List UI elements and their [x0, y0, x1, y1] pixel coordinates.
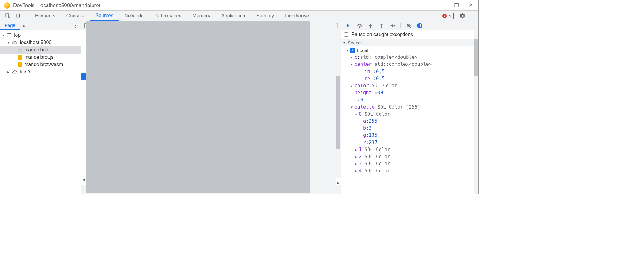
pause-label: Pause on caught exceptions	[351, 32, 413, 37]
devtools-logo-icon	[4, 2, 10, 9]
main-tabstrip: Elements Console Sources Network Perform…	[0, 11, 478, 21]
tab-console[interactable]: Console	[61, 11, 90, 21]
file-label: mandelbrot	[24, 47, 49, 53]
var-palette-0-a[interactable]: a: 255	[342, 118, 478, 125]
tab-memory[interactable]: Memory	[187, 11, 216, 21]
var-palette-0[interactable]: 0: SDL_Color	[342, 111, 478, 118]
scope-tree: LLocal c: std::complex<double> center: s…	[341, 46, 478, 176]
kebab-menu-icon[interactable]: ⋮	[468, 11, 478, 21]
tab-sources[interactable]: Sources	[90, 11, 119, 21]
file-tree: ▼ top ▼ localhost:5000 mandelbrot mandel…	[0, 30, 81, 194]
svg-point-9	[394, 25, 395, 26]
svg-point-7	[370, 27, 371, 28]
minimize-button[interactable]: —	[435, 1, 449, 10]
editor: mandelbrot.cc ✕ 252627282930313233343536…	[81, 21, 341, 194]
tree-origin[interactable]: ▼ localhost:5000	[0, 39, 81, 46]
scope-label: Scope	[348, 40, 361, 45]
tree-file-mandelbrot-js[interactable]: mandelbrot.js	[0, 54, 81, 61]
var-center-im[interactable]: __im_: 0.5	[342, 68, 478, 75]
error-badge[interactable]: ✕ 4	[440, 13, 454, 19]
error-count: 4	[449, 13, 451, 19]
file-icon	[18, 55, 22, 60]
step-over-icon[interactable]	[355, 21, 364, 30]
var-height[interactable]: height: 600	[342, 89, 478, 96]
scope-local[interactable]: LLocal	[342, 47, 478, 54]
pause-on-caught-row[interactable]: Pause on caught exceptions	[341, 30, 478, 39]
local-badge-icon: L	[350, 48, 355, 53]
tree-file-mandelbrot-wasm[interactable]: mandelbrot.wasm	[0, 61, 81, 68]
file-icon	[18, 48, 22, 52]
maximize-button[interactable]: ☐	[449, 1, 464, 10]
file-scheme-label: file://	[20, 69, 30, 75]
tab-elements[interactable]: Elements	[29, 11, 61, 21]
nav-kebab-icon[interactable]: ⋮	[70, 23, 81, 28]
resume-icon[interactable]	[344, 21, 353, 30]
var-palette-1[interactable]: 1: SDL_Color	[342, 146, 478, 153]
settings-icon[interactable]	[457, 11, 468, 21]
pause-on-exceptions-icon[interactable]	[415, 21, 424, 30]
scroll-left-icon[interactable]: ◀	[81, 178, 86, 181]
deactivate-breakpoints-icon[interactable]	[404, 21, 413, 30]
divider	[26, 13, 26, 19]
tab-security[interactable]: Security	[251, 11, 279, 21]
tab-network[interactable]: Network	[119, 11, 148, 21]
tree-origin-label: localhost:5000	[20, 40, 51, 45]
horizontal-scrollbar[interactable]: ◀ ▶	[81, 178, 341, 185]
step-out-icon[interactable]	[377, 21, 386, 30]
debugger-panel: Pause on caught exceptions ▼ Scope LLoca…	[341, 21, 478, 194]
var-palette-0-g[interactable]: g: 135	[342, 132, 478, 139]
cloud-icon	[12, 40, 17, 45]
inspect-element-icon[interactable]	[2, 11, 13, 21]
tab-performance[interactable]: Performance	[148, 11, 187, 21]
vertical-scrollbar[interactable]	[474, 30, 478, 194]
panel-tabs: Elements Console Sources Network Perform…	[29, 11, 315, 21]
tree-frame-top[interactable]: ▼ top	[0, 32, 81, 39]
tree-top-label: top	[14, 32, 21, 38]
vertical-scrollbar[interactable]	[336, 30, 341, 178]
var-palette-4[interactable]: 4: SDL_Color	[342, 167, 478, 174]
nav-more-tabs-icon[interactable]: »	[20, 23, 28, 28]
file-label: mandelbrot.js	[24, 54, 54, 60]
svg-rect-5	[350, 24, 350, 28]
scroll-right-icon[interactable]: ▶	[336, 181, 341, 185]
svg-point-6	[359, 27, 360, 28]
error-icon: ✕	[442, 14, 447, 18]
step-icon[interactable]	[388, 21, 397, 30]
var-color[interactable]: color: SDL_Color	[342, 82, 478, 89]
var-i[interactable]: i: 0	[342, 96, 478, 103]
file-icon	[18, 62, 22, 67]
var-c[interactable]: c: std::complex<double>	[342, 54, 478, 61]
var-palette-2[interactable]: 2: SDL_Color	[342, 153, 478, 160]
titlebar: DevTools - localhost:5000/mandelbrot — ☐…	[0, 0, 478, 11]
tree-file-scheme[interactable]: ▶ file://	[0, 68, 81, 76]
var-center[interactable]: center: std::complex<double>	[342, 61, 478, 68]
scope-header[interactable]: ▼ Scope	[341, 39, 478, 46]
tab-application[interactable]: Application	[216, 11, 251, 21]
frame-icon	[7, 33, 11, 37]
var-palette-3[interactable]: 3: SDL_Color	[342, 160, 478, 167]
nav-tabs: Page » ⋮	[0, 21, 81, 30]
sources-nav: Page » ⋮ ▼ top ▼ localhost:5000 mandelbr…	[0, 21, 81, 194]
svg-point-8	[381, 27, 382, 28]
checkbox[interactable]	[344, 32, 348, 37]
file-label: mandelbrot.wasm	[24, 62, 63, 67]
tree-file-mandelbrot[interactable]: mandelbrot	[0, 46, 81, 54]
var-center-re[interactable]: __re_: 0.5	[342, 75, 478, 82]
var-palette[interactable]: palette: SDL_Color [256]	[342, 104, 478, 111]
tab-lighthouse[interactable]: Lighthouse	[279, 11, 314, 21]
nav-tab-page[interactable]: Page	[0, 21, 20, 30]
window-title: DevTools - localhost:5000/mandelbrot	[13, 2, 435, 9]
var-palette-0-b[interactable]: b: 3	[342, 125, 478, 132]
device-toggle-icon[interactable]	[13, 11, 24, 21]
close-button[interactable]: ✕	[464, 1, 478, 10]
step-into-icon[interactable]	[366, 21, 375, 30]
cloud-icon	[12, 70, 17, 74]
var-palette-0-r[interactable]: r: 237	[342, 139, 478, 146]
debugger-toolbar	[341, 21, 478, 30]
